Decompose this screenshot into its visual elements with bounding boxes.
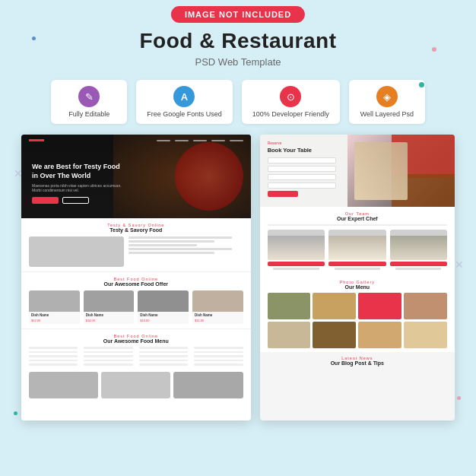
- food-menu-section: Best Food Online Our Awesome Food Menu: [21, 329, 251, 403]
- menu-item: [139, 351, 188, 354]
- food-card-4: Dish Name $11.00: [192, 290, 243, 324]
- food-card-price-3: $10.00: [138, 319, 189, 324]
- menu-item: [194, 351, 243, 354]
- feature-label-3: 100% Developer Friendly: [252, 110, 329, 118]
- main-title: Food & Restaurant: [0, 29, 476, 53]
- gallery-section: Photo Gallery Our Menu: [260, 276, 455, 352]
- menu-item: [84, 351, 132, 354]
- food-card-3: Dish Name $10.00: [138, 290, 189, 324]
- text-line: [129, 244, 197, 246]
- decorative-dot-3: [32, 36, 36, 40]
- text-line: [129, 248, 231, 250]
- testy-food-section: Testy & Savory Online Testy & Savory Foo…: [21, 218, 251, 272]
- decorative-dot-1: [432, 47, 436, 52]
- menu-item: [29, 355, 78, 357]
- booking-food-collage: [350, 135, 455, 207]
- blog-title: Our Blog Post & Tips: [268, 360, 447, 366]
- menu-img-1: [29, 372, 98, 398]
- gallery-grid: [268, 293, 447, 348]
- booking-input-4[interactable]: [268, 182, 336, 189]
- hero-btn-primary[interactable]: [32, 197, 59, 204]
- gallery-img-1: [268, 293, 311, 319]
- feature-google-fonts: A Free Google Fonts Used: [136, 80, 233, 124]
- booking-input-3[interactable]: [268, 174, 336, 180]
- text-line: [129, 252, 214, 254]
- hero-content: We are Best for Testy Food in Over The W…: [32, 149, 131, 203]
- hero-nav: [21, 139, 251, 141]
- menu-item: [194, 347, 243, 349]
- gallery-img-4: [404, 293, 447, 319]
- chef-img-3: [390, 230, 447, 260]
- menu-item: [29, 363, 78, 366]
- menu-col-2: [84, 347, 132, 368]
- text-line: [129, 240, 214, 243]
- booking-form: [268, 157, 336, 197]
- menu-item: [29, 347, 78, 349]
- menu-item: [139, 355, 188, 357]
- decorative-dot-2: [419, 82, 424, 87]
- gallery-img-6: [313, 322, 356, 348]
- booking-input-1[interactable]: [268, 157, 336, 163]
- food-card-price-2: $14.00: [84, 319, 135, 324]
- nav-links: [157, 140, 243, 141]
- menu-col-1: [29, 347, 78, 368]
- chef-name-3: [395, 268, 441, 270]
- cross-deco-2: ✕: [455, 259, 464, 271]
- nav-link-4: [211, 140, 225, 141]
- dev-icon: ⊙: [280, 86, 301, 107]
- layer-icon: ◈: [376, 86, 398, 107]
- menu-img-2: [101, 372, 170, 398]
- blog-section-hint: Latest News Our Blog Post & Tips: [260, 352, 455, 373]
- menu-img-3: [173, 372, 243, 398]
- menu-item: [194, 363, 243, 366]
- nav-link-5: [230, 140, 243, 141]
- hero-btn-secondary[interactable]: [62, 197, 89, 204]
- left-panel: We are Best for Testy Food in Over The W…: [21, 135, 251, 420]
- chef-img-inner-2: [328, 236, 386, 260]
- food-card-img-1: [29, 290, 80, 312]
- chef-label-2: [328, 262, 386, 266]
- menu-col-3: [139, 347, 188, 368]
- menu-item: [194, 360, 243, 362]
- food-card-1: Dish Name $12.00: [29, 290, 80, 324]
- menu-item: [139, 360, 188, 362]
- chef-label-3: [390, 262, 447, 266]
- menu-cols: [29, 347, 243, 368]
- food-card-2: Dish Name $14.00: [84, 290, 135, 324]
- chef-name-1: [273, 268, 319, 270]
- subtitle: PSD Web Template: [0, 56, 476, 68]
- gallery-img-5: [268, 322, 311, 348]
- features-row: ✎ Fully Editable A Free Google Fonts Use…: [0, 80, 476, 124]
- chef-label-1: [268, 262, 325, 266]
- chef-name-2: [335, 268, 380, 270]
- section-title-testy: Testy & Savory Food: [29, 227, 243, 233]
- food-text-1: [129, 236, 243, 267]
- chef-card-3: [390, 230, 447, 271]
- booking-submit-btn[interactable]: [268, 191, 298, 197]
- nav-link-2: [175, 140, 189, 141]
- chef-img-1: [268, 230, 325, 260]
- food-card-price-4: $11.00: [192, 319, 243, 324]
- booking-section: Reserve Book Your Table: [260, 135, 455, 207]
- decorative-dot-5: [14, 411, 17, 415]
- menu-item: [84, 360, 132, 362]
- food-card-price-1: $12.00: [29, 319, 80, 324]
- nav-logo: [29, 139, 44, 141]
- hero-buttons: [32, 197, 131, 204]
- booking-subtitle: Reserve: [268, 141, 447, 145]
- menu-item: [84, 355, 132, 357]
- menu-item: [29, 351, 78, 354]
- chef-section: Our Team Our Expert Chef: [260, 207, 455, 276]
- food-card-img-4: [192, 290, 243, 312]
- food-card-label-2: Dish Name: [84, 312, 135, 319]
- food-card-img-2: [84, 290, 135, 312]
- hero-title: We are Best for Testy Food in Over The W…: [32, 163, 123, 180]
- booking-input-2[interactable]: [268, 166, 336, 172]
- chef-img-inner-1: [268, 236, 325, 260]
- hero-section: We are Best for Testy Food in Over The W…: [21, 135, 251, 218]
- food-card-img-3: [138, 290, 189, 312]
- chef-img-inner-3: [390, 236, 447, 260]
- food-card-label-3: Dish Name: [138, 312, 189, 319]
- gallery-img-2: [313, 293, 356, 319]
- menu-item: [139, 347, 188, 349]
